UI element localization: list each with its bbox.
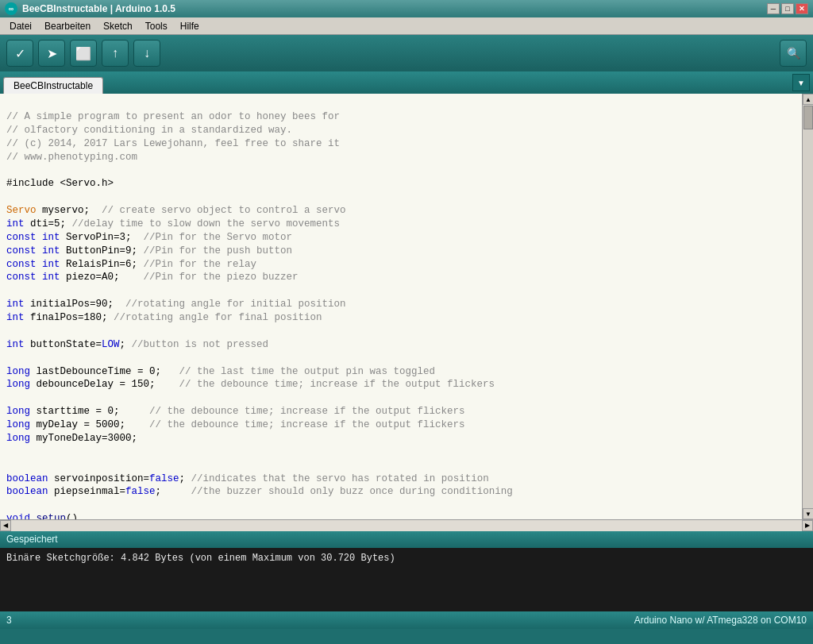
scroll-up-button[interactable]: ▲ — [803, 94, 813, 105]
menu-hilfe[interactable]: Hilfe — [174, 19, 206, 33]
scroll-right-button[interactable]: ▶ — [802, 520, 813, 531]
minimize-button[interactable]: ─ — [767, 3, 780, 14]
editor-area: // A simple program to present an odor t… — [0, 94, 813, 519]
menu-datei[interactable]: Datei — [3, 19, 38, 33]
line-number: 3 — [6, 615, 12, 626]
scroll-down-button[interactable]: ▼ — [803, 508, 813, 519]
vertical-scrollbar[interactable]: ▲ ▼ — [802, 94, 813, 519]
console-output: Binäre Sketchgröße: 4.842 Bytes (von ein… — [6, 553, 395, 564]
horizontal-scrollbar[interactable]: ◀ ▶ — [0, 519, 813, 530]
new-button[interactable]: ⬜ — [70, 40, 97, 67]
save-button[interactable]: ↓ — [133, 40, 160, 67]
tab-beecbinstructable[interactable]: BeeCBInstructable — [3, 77, 103, 94]
scroll-left-button[interactable]: ◀ — [0, 520, 11, 531]
menu-tools[interactable]: Tools — [139, 19, 174, 33]
tab-dropdown-button[interactable]: ▼ — [792, 74, 810, 91]
window-title: BeeCBInstructable | Arduino 1.0.5 — [22, 3, 767, 14]
app-logo: ∞ — [5, 2, 17, 15]
titlebar: ∞ BeeCBInstructable | Arduino 1.0.5 ─ □ … — [0, 0, 813, 17]
hscroll-track[interactable] — [11, 520, 802, 531]
scroll-thumb[interactable] — [803, 106, 813, 129]
code-editor[interactable]: // A simple program to present an odor t… — [0, 94, 802, 519]
editor-scroll[interactable]: // A simple program to present an odor t… — [0, 94, 813, 519]
menu-sketch[interactable]: Sketch — [97, 19, 139, 33]
maximize-button[interactable]: □ — [781, 3, 794, 14]
menu-bearbeiten[interactable]: Bearbeiten — [38, 19, 97, 33]
status-bar: Gespeichert — [0, 530, 813, 548]
search-button[interactable]: 🔍 — [780, 40, 807, 67]
bottom-status-bar: 3 Arduino Nano w/ ATmega328 on COM10 — [0, 611, 813, 629]
console-area: Binäre Sketchgröße: 4.842 Bytes (von ein… — [0, 548, 813, 611]
menubar: Datei Bearbeiten Sketch Tools Hilfe — [0, 17, 813, 35]
close-button[interactable]: ✕ — [796, 3, 808, 14]
open-button[interactable]: ↑ — [102, 40, 129, 67]
toolbar: ✓ ➤ ⬜ ↑ ↓ 🔍 — [0, 35, 813, 71]
tabbar: BeeCBInstructable ▼ — [0, 71, 813, 94]
status-label: Gespeichert — [6, 534, 58, 545]
upload-button[interactable]: ➤ — [38, 40, 65, 67]
board-info: Arduino Nano w/ ATmega328 on COM10 — [634, 615, 807, 626]
verify-button[interactable]: ✓ — [6, 40, 33, 67]
window-controls: ─ □ ✕ — [767, 3, 808, 14]
